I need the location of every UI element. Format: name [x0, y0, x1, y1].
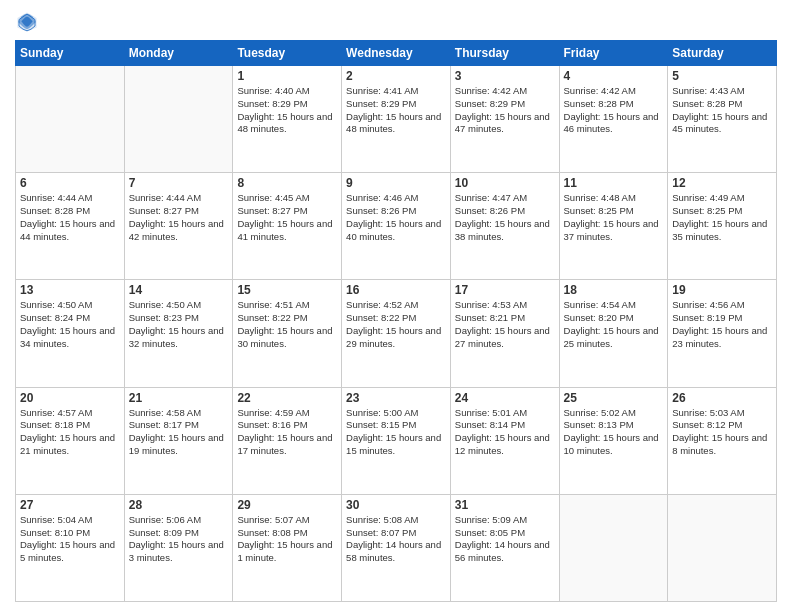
day-number: 13	[20, 283, 120, 297]
cell-info: Sunrise: 4:45 AM Sunset: 8:27 PM Dayligh…	[237, 192, 337, 243]
page: SundayMondayTuesdayWednesdayThursdayFrid…	[0, 0, 792, 612]
day-number: 8	[237, 176, 337, 190]
calendar-cell: 30Sunrise: 5:08 AM Sunset: 8:07 PM Dayli…	[342, 494, 451, 601]
cell-info: Sunrise: 5:09 AM Sunset: 8:05 PM Dayligh…	[455, 514, 555, 565]
cell-info: Sunrise: 5:04 AM Sunset: 8:10 PM Dayligh…	[20, 514, 120, 565]
cell-info: Sunrise: 4:59 AM Sunset: 8:16 PM Dayligh…	[237, 407, 337, 458]
calendar-header-sunday: Sunday	[16, 41, 125, 66]
day-number: 30	[346, 498, 446, 512]
calendar-cell: 7Sunrise: 4:44 AM Sunset: 8:27 PM Daylig…	[124, 173, 233, 280]
calendar-cell: 28Sunrise: 5:06 AM Sunset: 8:09 PM Dayli…	[124, 494, 233, 601]
cell-info: Sunrise: 4:49 AM Sunset: 8:25 PM Dayligh…	[672, 192, 772, 243]
cell-info: Sunrise: 4:58 AM Sunset: 8:17 PM Dayligh…	[129, 407, 229, 458]
day-number: 4	[564, 69, 664, 83]
day-number: 18	[564, 283, 664, 297]
cell-info: Sunrise: 4:41 AM Sunset: 8:29 PM Dayligh…	[346, 85, 446, 136]
cell-info: Sunrise: 4:50 AM Sunset: 8:24 PM Dayligh…	[20, 299, 120, 350]
calendar-cell: 1Sunrise: 4:40 AM Sunset: 8:29 PM Daylig…	[233, 66, 342, 173]
day-number: 3	[455, 69, 555, 83]
cell-info: Sunrise: 4:48 AM Sunset: 8:25 PM Dayligh…	[564, 192, 664, 243]
calendar-cell	[16, 66, 125, 173]
calendar-cell: 25Sunrise: 5:02 AM Sunset: 8:13 PM Dayli…	[559, 387, 668, 494]
calendar-cell: 26Sunrise: 5:03 AM Sunset: 8:12 PM Dayli…	[668, 387, 777, 494]
day-number: 21	[129, 391, 229, 405]
day-number: 1	[237, 69, 337, 83]
calendar-header-saturday: Saturday	[668, 41, 777, 66]
cell-info: Sunrise: 4:40 AM Sunset: 8:29 PM Dayligh…	[237, 85, 337, 136]
calendar-cell: 24Sunrise: 5:01 AM Sunset: 8:14 PM Dayli…	[450, 387, 559, 494]
calendar-cell: 9Sunrise: 4:46 AM Sunset: 8:26 PM Daylig…	[342, 173, 451, 280]
calendar-cell: 17Sunrise: 4:53 AM Sunset: 8:21 PM Dayli…	[450, 280, 559, 387]
day-number: 26	[672, 391, 772, 405]
cell-info: Sunrise: 5:03 AM Sunset: 8:12 PM Dayligh…	[672, 407, 772, 458]
cell-info: Sunrise: 4:56 AM Sunset: 8:19 PM Dayligh…	[672, 299, 772, 350]
cell-info: Sunrise: 4:42 AM Sunset: 8:29 PM Dayligh…	[455, 85, 555, 136]
calendar-header-thursday: Thursday	[450, 41, 559, 66]
calendar-week-1: 6Sunrise: 4:44 AM Sunset: 8:28 PM Daylig…	[16, 173, 777, 280]
calendar-cell: 13Sunrise: 4:50 AM Sunset: 8:24 PM Dayli…	[16, 280, 125, 387]
calendar-header-monday: Monday	[124, 41, 233, 66]
day-number: 22	[237, 391, 337, 405]
calendar-header-friday: Friday	[559, 41, 668, 66]
day-number: 17	[455, 283, 555, 297]
day-number: 14	[129, 283, 229, 297]
calendar-cell: 6Sunrise: 4:44 AM Sunset: 8:28 PM Daylig…	[16, 173, 125, 280]
cell-info: Sunrise: 4:54 AM Sunset: 8:20 PM Dayligh…	[564, 299, 664, 350]
cell-info: Sunrise: 4:52 AM Sunset: 8:22 PM Dayligh…	[346, 299, 446, 350]
day-number: 9	[346, 176, 446, 190]
calendar-cell: 21Sunrise: 4:58 AM Sunset: 8:17 PM Dayli…	[124, 387, 233, 494]
day-number: 31	[455, 498, 555, 512]
day-number: 16	[346, 283, 446, 297]
logo	[15, 10, 43, 34]
day-number: 25	[564, 391, 664, 405]
calendar-week-3: 20Sunrise: 4:57 AM Sunset: 8:18 PM Dayli…	[16, 387, 777, 494]
calendar-cell: 4Sunrise: 4:42 AM Sunset: 8:28 PM Daylig…	[559, 66, 668, 173]
cell-info: Sunrise: 5:07 AM Sunset: 8:08 PM Dayligh…	[237, 514, 337, 565]
calendar-cell: 12Sunrise: 4:49 AM Sunset: 8:25 PM Dayli…	[668, 173, 777, 280]
cell-info: Sunrise: 5:02 AM Sunset: 8:13 PM Dayligh…	[564, 407, 664, 458]
calendar-cell: 11Sunrise: 4:48 AM Sunset: 8:25 PM Dayli…	[559, 173, 668, 280]
day-number: 11	[564, 176, 664, 190]
cell-info: Sunrise: 5:00 AM Sunset: 8:15 PM Dayligh…	[346, 407, 446, 458]
calendar-header-row: SundayMondayTuesdayWednesdayThursdayFrid…	[16, 41, 777, 66]
cell-info: Sunrise: 4:46 AM Sunset: 8:26 PM Dayligh…	[346, 192, 446, 243]
calendar-cell: 14Sunrise: 4:50 AM Sunset: 8:23 PM Dayli…	[124, 280, 233, 387]
calendar-header-tuesday: Tuesday	[233, 41, 342, 66]
day-number: 5	[672, 69, 772, 83]
calendar-header-wednesday: Wednesday	[342, 41, 451, 66]
cell-info: Sunrise: 4:43 AM Sunset: 8:28 PM Dayligh…	[672, 85, 772, 136]
cell-info: Sunrise: 4:57 AM Sunset: 8:18 PM Dayligh…	[20, 407, 120, 458]
calendar-cell: 19Sunrise: 4:56 AM Sunset: 8:19 PM Dayli…	[668, 280, 777, 387]
logo-icon	[15, 10, 39, 34]
calendar-cell: 15Sunrise: 4:51 AM Sunset: 8:22 PM Dayli…	[233, 280, 342, 387]
calendar-cell	[124, 66, 233, 173]
cell-info: Sunrise: 5:01 AM Sunset: 8:14 PM Dayligh…	[455, 407, 555, 458]
calendar-cell: 5Sunrise: 4:43 AM Sunset: 8:28 PM Daylig…	[668, 66, 777, 173]
day-number: 29	[237, 498, 337, 512]
day-number: 24	[455, 391, 555, 405]
calendar-cell: 3Sunrise: 4:42 AM Sunset: 8:29 PM Daylig…	[450, 66, 559, 173]
calendar-cell: 18Sunrise: 4:54 AM Sunset: 8:20 PM Dayli…	[559, 280, 668, 387]
calendar-cell: 20Sunrise: 4:57 AM Sunset: 8:18 PM Dayli…	[16, 387, 125, 494]
calendar-week-2: 13Sunrise: 4:50 AM Sunset: 8:24 PM Dayli…	[16, 280, 777, 387]
cell-info: Sunrise: 5:06 AM Sunset: 8:09 PM Dayligh…	[129, 514, 229, 565]
day-number: 19	[672, 283, 772, 297]
calendar-cell	[559, 494, 668, 601]
calendar-week-4: 27Sunrise: 5:04 AM Sunset: 8:10 PM Dayli…	[16, 494, 777, 601]
calendar-cell: 10Sunrise: 4:47 AM Sunset: 8:26 PM Dayli…	[450, 173, 559, 280]
day-number: 28	[129, 498, 229, 512]
header	[15, 10, 777, 34]
day-number: 20	[20, 391, 120, 405]
calendar-week-0: 1Sunrise: 4:40 AM Sunset: 8:29 PM Daylig…	[16, 66, 777, 173]
cell-info: Sunrise: 4:47 AM Sunset: 8:26 PM Dayligh…	[455, 192, 555, 243]
calendar: SundayMondayTuesdayWednesdayThursdayFrid…	[15, 40, 777, 602]
day-number: 7	[129, 176, 229, 190]
day-number: 6	[20, 176, 120, 190]
day-number: 12	[672, 176, 772, 190]
cell-info: Sunrise: 4:44 AM Sunset: 8:28 PM Dayligh…	[20, 192, 120, 243]
calendar-cell	[668, 494, 777, 601]
calendar-cell: 29Sunrise: 5:07 AM Sunset: 8:08 PM Dayli…	[233, 494, 342, 601]
cell-info: Sunrise: 4:42 AM Sunset: 8:28 PM Dayligh…	[564, 85, 664, 136]
calendar-cell: 2Sunrise: 4:41 AM Sunset: 8:29 PM Daylig…	[342, 66, 451, 173]
cell-info: Sunrise: 4:51 AM Sunset: 8:22 PM Dayligh…	[237, 299, 337, 350]
